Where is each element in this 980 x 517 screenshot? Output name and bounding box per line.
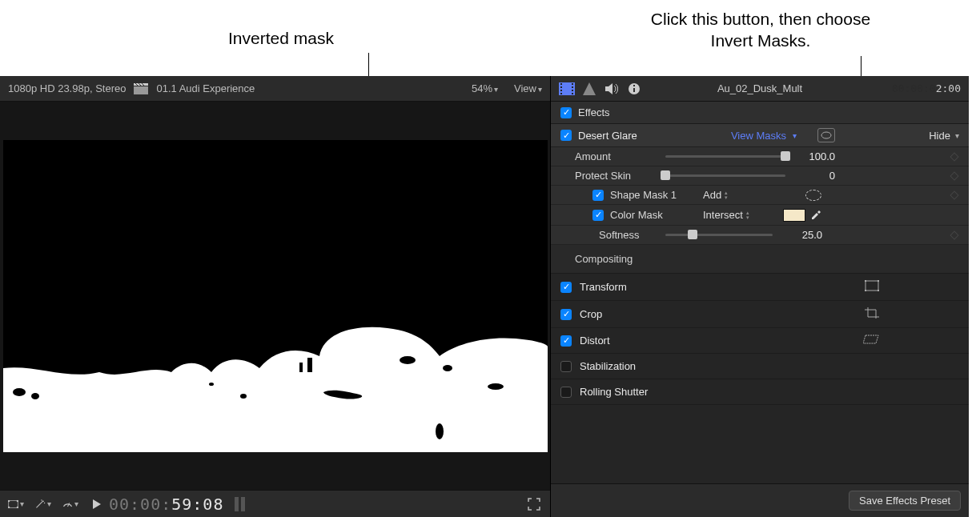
protect-skin-value[interactable]: 0 (792, 170, 838, 182)
effects-label: Effects (578, 106, 610, 118)
transform-checkbox[interactable]: ✓ (560, 282, 572, 293)
crop-onscreen-icon[interactable] (865, 307, 879, 321)
rolling-shutter-row[interactable]: Rolling Shutter (551, 379, 969, 405)
svg-rect-16 (8, 499, 10, 501)
desert-glare-checkbox[interactable]: ✓ (560, 130, 572, 141)
transform-label: Transform (580, 281, 627, 293)
param-softness: Softness 25.0 (551, 226, 969, 245)
softness-value[interactable]: 25.0 (779, 229, 825, 241)
shape-mask-mode[interactable]: Add ▴▾ (703, 189, 728, 201)
video-tab-icon[interactable] (559, 82, 575, 96)
svg-point-9 (400, 356, 416, 364)
transform-tool-icon[interactable]: ▾ (8, 496, 24, 512)
stabilization-label: Stabilization (580, 360, 636, 372)
annotation-invert-button: Click this button, then choose Invert Ma… (633, 8, 889, 52)
svg-marker-44 (863, 335, 878, 343)
svg-rect-31 (572, 90, 573, 91)
audio-tab-icon[interactable] (604, 82, 620, 96)
enhance-tool-icon[interactable]: ▾ (35, 496, 51, 512)
color-swatch[interactable] (783, 209, 805, 222)
inspector-footer: Save Effects Preset (551, 483, 969, 517)
param-amount: Amount 100.0 (551, 147, 969, 166)
protect-skin-slider[interactable] (665, 174, 785, 177)
color-mask-mode[interactable]: Intersect ▴▾ (703, 209, 749, 221)
keyframe-icon[interactable] (950, 152, 958, 161)
crop-label: Crop (580, 308, 602, 320)
keyframe-icon[interactable] (950, 171, 958, 180)
softness-slider[interactable] (665, 234, 773, 236)
svg-point-21 (44, 502, 45, 503)
compositing-section[interactable]: Compositing (551, 245, 969, 274)
retime-tool-icon[interactable]: ▾ (62, 496, 78, 512)
shape-mask-onscreen-icon[interactable] (805, 190, 821, 201)
amount-label: Amount (575, 150, 659, 162)
view-dropdown[interactable]: View▾ (514, 82, 542, 94)
distort-row[interactable]: ✓ Distort (551, 328, 969, 354)
svg-point-38 (821, 132, 831, 138)
crop-row[interactable]: ✓ Crop (551, 301, 969, 328)
app-window: 1080p HD 23.98p, Stereo 01.1 Audi Experi… (0, 76, 969, 517)
timecode-display[interactable]: 00:00:59:08 (109, 495, 223, 514)
shape-mask-checkbox[interactable]: ✓ (592, 190, 604, 201)
param-shape-mask: ✓ Shape Mask 1 Add ▴▾ (551, 186, 969, 205)
svg-point-10 (443, 365, 452, 371)
svg-rect-25 (560, 83, 562, 85)
svg-rect-26 (560, 86, 562, 88)
effects-checkbox[interactable]: ✓ (560, 107, 572, 118)
zoom-dropdown[interactable]: 54%▾ (472, 82, 498, 94)
project-title: 01.1 Audi Experience (156, 82, 255, 94)
inspector-header: Au_02_Dusk_Mult 00:00:02:00 (551, 76, 969, 102)
annotation-inverted-mask: Inverted mask (228, 29, 334, 48)
viewer-pane: 1080p HD 23.98p, Stereo 01.1 Audi Experi… (0, 76, 551, 517)
svg-rect-43 (878, 290, 879, 291)
stabilization-row[interactable]: Stabilization (551, 354, 969, 379)
info-tab-icon[interactable] (626, 82, 642, 96)
keyframe-icon[interactable] (950, 230, 958, 239)
distort-label: Distort (580, 335, 610, 347)
distort-onscreen-icon[interactable] (863, 335, 879, 347)
effects-section-header[interactable]: ✓ Effects (551, 102, 969, 124)
svg-rect-13 (307, 358, 312, 372)
color-mask-checkbox[interactable]: ✓ (592, 210, 604, 221)
svg-rect-14 (299, 363, 303, 372)
hide-dropdown[interactable]: Hide▾ (929, 130, 959, 142)
svg-rect-0 (134, 86, 148, 94)
svg-rect-28 (560, 93, 562, 94)
amount-slider[interactable] (665, 155, 785, 158)
svg-point-6 (31, 393, 39, 399)
rolling-shutter-checkbox[interactable] (560, 387, 572, 398)
svg-rect-40 (865, 280, 866, 282)
inspector-pane: Au_02_Dusk_Mult 00:00:02:00 ✓ Effects ✓ … (551, 76, 969, 517)
crop-checkbox[interactable]: ✓ (560, 309, 572, 320)
viewer-canvas[interactable] (0, 102, 550, 490)
apply-effect-masks-button[interactable] (817, 128, 835, 142)
transform-row[interactable]: ✓ Transform (551, 274, 969, 301)
transform-onscreen-icon[interactable] (865, 280, 879, 294)
color-mask-label: Color Mask (610, 209, 684, 221)
svg-rect-32 (572, 93, 573, 94)
svg-marker-34 (605, 83, 612, 94)
save-effects-preset-button[interactable]: Save Effects Preset (849, 491, 961, 511)
distort-checkbox[interactable]: ✓ (560, 335, 572, 347)
svg-rect-18 (8, 506, 10, 507)
clip-duration: 00:00:02:00 (892, 82, 961, 94)
effect-desert-glare-row[interactable]: ✓ Desert Glare View Masks▾ Hide▾ (551, 124, 969, 147)
stabilization-checkbox[interactable] (560, 361, 572, 372)
svg-rect-19 (17, 506, 18, 507)
fullscreen-icon[interactable] (526, 496, 542, 512)
svg-rect-17 (17, 499, 18, 501)
audio-meter-icon (235, 497, 245, 511)
amount-value[interactable]: 100.0 (792, 150, 838, 162)
view-masks-dropdown[interactable]: View Masks▾ (731, 130, 797, 142)
play-button[interactable] (93, 499, 101, 509)
eyedropper-icon[interactable] (810, 208, 821, 222)
inverted-mask-shape (3, 140, 548, 452)
svg-point-12 (488, 383, 504, 390)
keyframe-icon[interactable] (950, 190, 958, 199)
viewer-format-label: 1080p HD 23.98p, Stereo (8, 82, 126, 94)
color-tab-icon[interactable] (581, 82, 597, 96)
svg-point-7 (240, 394, 247, 399)
svg-rect-37 (633, 85, 635, 86)
softness-label: Softness (599, 229, 659, 241)
svg-rect-29 (572, 83, 573, 85)
